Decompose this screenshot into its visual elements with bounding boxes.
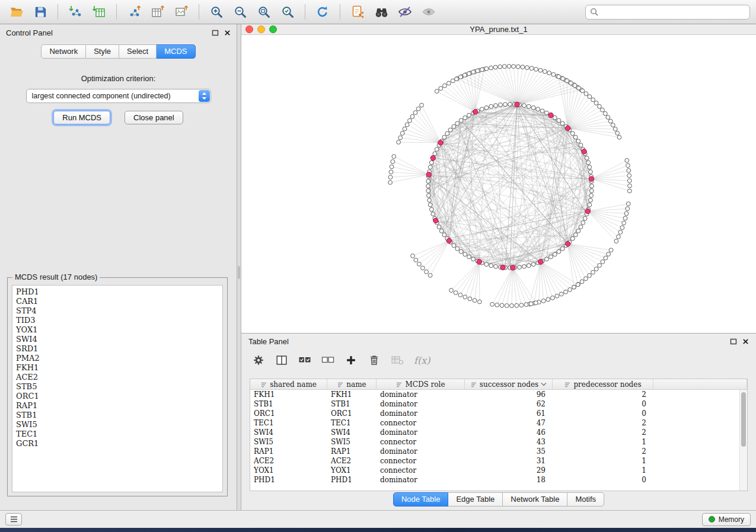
network-graph[interactable] <box>241 35 756 333</box>
table-row[interactable]: SWI5 SWI5 connector 43 1 <box>250 437 747 447</box>
tab-select[interactable]: Select <box>119 44 157 59</box>
cell-name[interactable]: RAP1 <box>327 447 377 456</box>
cell-name[interactable]: SWI5 <box>327 437 377 447</box>
cell-shared-name[interactable]: PHD1 <box>250 475 327 485</box>
mcds-result-item[interactable]: STP4 <box>16 306 219 316</box>
find-button[interactable] <box>371 2 392 21</box>
cell-shared-name[interactable]: ORC1 <box>250 409 327 418</box>
cell-successor-nodes[interactable]: 96 <box>465 390 553 399</box>
cell-predecessor-nodes[interactable]: 1 <box>553 466 653 475</box>
close-panel-icon[interactable] <box>224 30 231 36</box>
run-mcds-button[interactable]: Run MCDS <box>53 111 110 124</box>
import-network-button[interactable] <box>65 2 86 21</box>
tab-node-table[interactable]: Node Table <box>393 492 449 507</box>
mcds-result-item[interactable]: FKH1 <box>16 363 219 373</box>
deselect-all-button[interactable] <box>319 351 337 369</box>
mcds-result-item[interactable]: STB1 <box>16 411 219 420</box>
tab-motifs[interactable]: Motifs <box>567 492 604 507</box>
status-menu-button[interactable] <box>5 513 22 525</box>
cell-successor-nodes[interactable]: 62 <box>465 399 553 409</box>
cell-successor-nodes[interactable]: 43 <box>465 437 553 447</box>
save-button[interactable] <box>30 2 51 21</box>
mcds-result-item[interactable]: TEC1 <box>16 430 219 439</box>
cell-mcds-role[interactable]: dominator <box>377 447 465 456</box>
cell-mcds-role[interactable]: dominator <box>377 409 465 418</box>
table-row[interactable]: FKH1 FKH1 dominator 96 2 <box>250 390 747 399</box>
zoom-fit-button[interactable] <box>253 2 275 21</box>
cell-shared-name[interactable]: RAP1 <box>250 447 327 456</box>
export-table-button[interactable] <box>147 2 168 21</box>
cell-predecessor-nodes[interactable]: 1 <box>553 456 653 466</box>
table-row[interactable]: SWI4 SWI4 dominator 46 2 <box>250 428 747 437</box>
mcds-result-item[interactable]: GCR1 <box>16 439 219 448</box>
cell-predecessor-nodes[interactable]: 0 <box>553 409 653 418</box>
mcds-result-list[interactable]: PHD1 CAR1 STP4 TID3 YOX1 SWI4 SRD1 PMA2 … <box>12 285 223 492</box>
zoom-in-button[interactable] <box>206 2 227 21</box>
cell-mcds-role[interactable]: dominator <box>377 390 465 399</box>
cell-mcds-role[interactable]: dominator <box>377 399 465 409</box>
cell-mcds-role[interactable]: dominator <box>377 428 465 437</box>
cell-mcds-role[interactable]: dominator <box>377 475 465 485</box>
cell-shared-name[interactable]: TEC1 <box>250 418 327 428</box>
column-header-mcds-role[interactable]: MCDS role <box>377 379 465 389</box>
cell-shared-name[interactable]: FKH1 <box>250 390 327 399</box>
cell-mcds-role[interactable]: connector <box>377 466 465 475</box>
memory-button[interactable]: Memory <box>702 513 751 526</box>
cell-name[interactable]: TEC1 <box>327 418 377 428</box>
refresh-button[interactable] <box>312 2 333 21</box>
cell-name[interactable]: SWI4 <box>327 428 377 437</box>
export-image-button[interactable] <box>171 2 192 21</box>
cell-name[interactable]: ACE2 <box>327 456 377 466</box>
tab-edge-table[interactable]: Edge Table <box>448 492 503 507</box>
add-column-button[interactable] <box>342 351 360 369</box>
column-header-shared-name[interactable]: shared name <box>250 379 327 389</box>
network-search-field[interactable] <box>585 5 750 20</box>
cell-predecessor-nodes[interactable]: 1 <box>553 437 653 447</box>
cell-name[interactable]: PHD1 <box>327 475 377 485</box>
tab-mcds[interactable]: MCDS <box>157 44 195 59</box>
cell-successor-nodes[interactable]: 35 <box>465 447 553 456</box>
import-table-button[interactable] <box>88 2 110 21</box>
cell-name[interactable]: FKH1 <box>327 390 377 399</box>
column-header-name[interactable]: name <box>327 379 377 389</box>
mcds-result-item[interactable]: ACE2 <box>16 373 219 382</box>
window-close-icon[interactable] <box>245 25 253 33</box>
cell-predecessor-nodes[interactable]: 2 <box>553 418 653 428</box>
column-header-predecessor-nodes[interactable]: predecessor nodes <box>553 379 653 389</box>
mcds-result-item[interactable]: CAR1 <box>16 297 219 306</box>
cell-mcds-role[interactable]: connector <box>377 437 465 447</box>
cell-shared-name[interactable]: SWI4 <box>250 428 327 437</box>
criterion-dropdown[interactable]: largest connected component (undirected) <box>26 89 211 103</box>
network-window-titlebar[interactable]: YPA_prune.txt_1 <box>241 24 756 35</box>
cell-successor-nodes[interactable]: 61 <box>465 409 553 418</box>
float-panel-icon[interactable] <box>212 30 219 36</box>
close-panel-icon[interactable] <box>742 338 749 345</box>
cell-successor-nodes[interactable]: 47 <box>465 418 553 428</box>
tab-network[interactable]: Network <box>41 44 86 59</box>
mcds-result-item[interactable]: YOX1 <box>16 325 219 335</box>
table-row[interactable]: STB1 STB1 dominator 62 0 <box>250 399 747 409</box>
mcds-result-item[interactable]: PMA2 <box>16 354 219 363</box>
mcds-result-item[interactable]: SRD1 <box>16 344 219 354</box>
mcds-result-item[interactable]: SWI4 <box>16 335 219 344</box>
network-canvas[interactable] <box>241 35 756 333</box>
cell-predecessor-nodes[interactable]: 2 <box>553 428 653 437</box>
window-zoom-icon[interactable] <box>269 25 277 33</box>
table-row[interactable]: PHD1 PHD1 dominator 18 0 <box>250 475 747 485</box>
table-row[interactable]: RAP1 RAP1 dominator 35 2 <box>250 447 747 456</box>
cell-successor-nodes[interactable]: 46 <box>465 428 553 437</box>
mcds-result-item[interactable]: RAP1 <box>16 401 219 411</box>
cell-name[interactable]: STB1 <box>327 399 377 409</box>
open-file-button[interactable] <box>6 2 27 21</box>
cell-name[interactable]: ORC1 <box>327 409 377 418</box>
search-input[interactable] <box>602 8 745 16</box>
select-all-button[interactable] <box>296 351 314 369</box>
tab-network-table[interactable]: Network Table <box>503 492 567 507</box>
show-all-button[interactable] <box>418 2 439 21</box>
mcds-result-item[interactable]: SWI5 <box>16 420 219 430</box>
cell-successor-nodes[interactable]: 18 <box>465 475 553 485</box>
tab-style[interactable]: Style <box>86 44 119 59</box>
cell-successor-nodes[interactable]: 29 <box>465 466 553 475</box>
cell-shared-name[interactable]: SWI5 <box>250 437 327 447</box>
delete-column-button[interactable] <box>365 351 383 369</box>
